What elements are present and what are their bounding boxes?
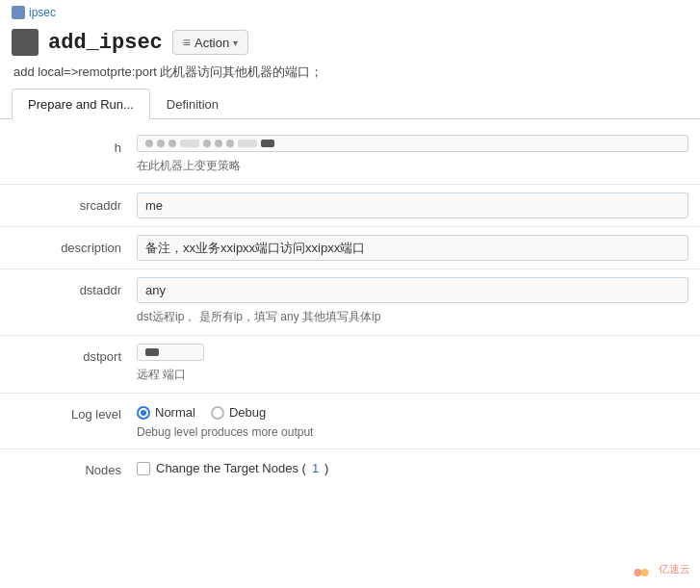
nodes-field-content: Change the Target Nodes ( 1 ) [137, 457, 688, 475]
nodes-label: Nodes [12, 457, 137, 477]
srcaddr-label: srcaddr [12, 192, 137, 213]
srcaddr-field-content [137, 192, 688, 218]
log-level-hint: Debug level produces more output [137, 423, 688, 441]
watermark: 亿速云 [632, 559, 690, 578]
chevron-down-icon: ▾ [233, 38, 238, 48]
dstaddr-field-content: dst远程ip， 是所有ip，填写 any 其他填写具体ip [137, 277, 688, 327]
action-label: Action [194, 36, 229, 50]
h-field-row: h 在此机器上变更策略 [0, 129, 700, 182]
nodes-field-row: Nodes Change the Target Nodes ( 1 ) [0, 451, 700, 483]
nodes-checkbox[interactable] [137, 462, 150, 475]
dstaddr-input[interactable] [137, 277, 688, 303]
action-button[interactable]: ≡ Action ▾ [172, 30, 248, 55]
tab-definition[interactable]: Definition [150, 89, 235, 119]
dstport-input-wrapper[interactable] [137, 344, 204, 361]
radio-group: Normal Debug [137, 401, 688, 420]
folder-icon [12, 6, 25, 19]
log-level-field-content: Normal Debug Debug level produces more o… [137, 401, 688, 441]
dot4 [203, 140, 211, 147]
radio-normal-label: Normal [155, 405, 195, 420]
h-label: h [12, 135, 137, 155]
nodes-link[interactable]: 1 [312, 461, 319, 475]
dot6 [226, 140, 234, 147]
log-level-field-row: Log level Normal Debug Debug level produ… [0, 396, 700, 447]
tabs-bar: Prepare and Run... Definition [0, 89, 700, 119]
dstport-hint: 远程 端口 [137, 365, 688, 385]
dot5 [215, 140, 222, 147]
dot3 [169, 140, 176, 147]
nodes-suffix: ) [324, 461, 328, 475]
h-input-wrapper[interactable] [137, 135, 688, 152]
subtitle: add local=>remotprte:port 此机器访问其他机器的端口； [0, 62, 700, 89]
dstaddr-hint: dst远程ip， 是所有ip，填写 any 其他填写具体ip [137, 307, 688, 327]
page-title: add_ipsec [48, 31, 163, 55]
description-label: description [12, 235, 137, 255]
description-input[interactable] [137, 235, 688, 261]
radio-normal[interactable]: Normal [137, 405, 195, 420]
dstaddr-field-row: dstaddr dst远程ip， 是所有ip，填写 any 其他填写具体ip [0, 271, 700, 333]
dstport-field-row: dstport 远程 端口 [0, 338, 700, 391]
log-level-label: Log level [12, 401, 137, 422]
radio-normal-circle [137, 406, 150, 420]
form-area: h 在此机器上变更策略 srcaddr description [0, 119, 700, 493]
srcaddr-input[interactable] [137, 192, 688, 218]
h-hint: 在此机器上变更策略 [137, 156, 688, 176]
tab-prepare[interactable]: Prepare and Run... [12, 89, 150, 119]
logo-icon [632, 559, 655, 578]
dstport-label: dstport [12, 344, 137, 364]
srcaddr-field-row: srcaddr [0, 187, 700, 224]
dot1 [145, 140, 153, 147]
description-field-content [137, 235, 688, 261]
description-field-row: description [0, 229, 700, 267]
dstport-field-content: 远程 端口 [137, 344, 688, 385]
radio-debug[interactable]: Debug [211, 405, 266, 420]
svg-point-0 [634, 569, 641, 576]
breadcrumb-link[interactable]: ipsec [29, 6, 56, 19]
radio-debug-circle [211, 406, 224, 420]
breadcrumb: ipsec [0, 0, 700, 25]
dot-block [261, 140, 274, 147]
page-icon [12, 29, 39, 56]
nodes-checkbox-label: Change the Target Nodes ( [156, 461, 306, 475]
dstaddr-label: dstaddr [12, 277, 137, 297]
dot-spacer1 [180, 140, 199, 147]
watermark-text: 亿速云 [659, 562, 690, 576]
port-dot-block [145, 348, 159, 356]
list-icon: ≡ [183, 35, 191, 50]
nodes-checkbox-row: Change the Target Nodes ( 1 ) [137, 457, 688, 475]
dot2 [157, 140, 165, 147]
h-field-content: 在此机器上变更策略 [137, 135, 688, 176]
dot-spacer2 [238, 140, 257, 147]
radio-debug-label: Debug [229, 405, 266, 420]
page-header: add_ipsec ≡ Action ▾ [0, 25, 700, 62]
svg-point-1 [641, 569, 649, 576]
